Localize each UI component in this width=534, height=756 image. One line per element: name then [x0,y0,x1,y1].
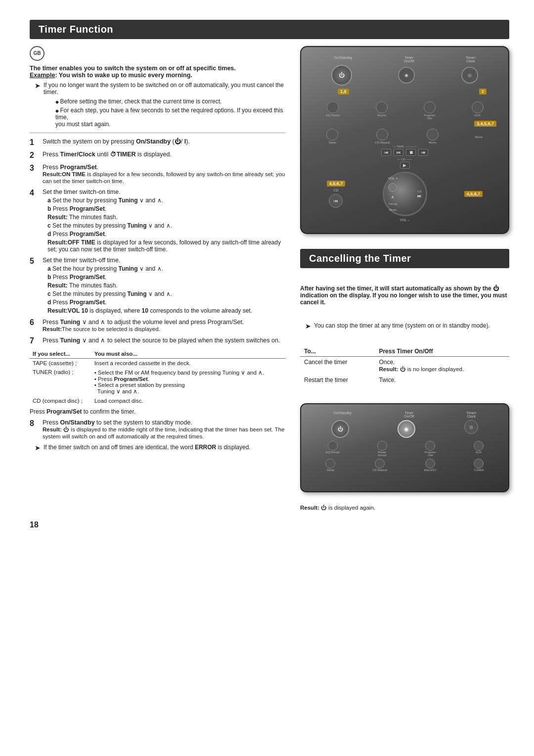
vol-up-button[interactable] [388,183,397,192]
arrow-right-icon-3: ➤ [305,322,311,330]
intro-bold: The timer enables you to switch the syst… [30,65,285,79]
cd-repeat-button[interactable] [376,129,388,141]
step-num-3: 3 [30,164,39,173]
cd-play-button[interactable]: ▶ [400,162,410,169]
label-timer-clock: Timer/Clock [466,56,476,63]
cd-next-button[interactable]: ⏭ [417,194,421,198]
arrow-bullet-1: ➤ If you no longer want the system to be… [35,82,285,95]
gb-badge: GB [30,46,44,61]
step-2: 2 Press Timer/Clock until ⏱TIMER is disp… [30,151,285,160]
tuning-label: Tuning [388,202,397,205]
nav-circle: VOL + ∧ Tuning Mode CD ⏭ [383,172,427,216]
r2-eq-button[interactable] [328,441,338,451]
cd-label-right: CD [417,190,422,193]
arrow-right-icon-2: ➤ [35,444,41,452]
select-table: If you select... You must also... TAPE (… [30,349,285,405]
label-timer-onoff: TimerOn/Off [404,56,414,63]
remote-control-image-1: On/Standby TimerOn/Off Timer/Clock ⏻ ◉ ◎… [300,46,509,234]
r2-program-group: Program/Set [425,441,436,457]
r2-timer-onoff-label: TimerOn/Off [404,411,414,418]
r2-power-group: PowerSound [377,441,387,457]
timer-section-header: Timer Function [30,20,509,39]
mono-group: Mono [427,129,439,144]
tape-ff-button[interactable]: ⏭ [394,149,403,156]
tape-bullet-2: For each step, you have a few seconds to… [55,107,285,128]
eq-preset-group: EQ Preset [326,101,340,120]
vol-plus-label: VOL + [388,177,398,180]
r2-mono-button[interactable] [425,459,435,469]
result-bottom: Result: ⏻ is displayed again. [300,505,509,511]
badge-4567a: 4,5,6,7 [327,181,346,187]
cancelling-intro: After having set the timer, it will star… [300,285,509,306]
step-num-8: 8 [30,419,39,428]
right-col: On/Standby TimerOn/Off Timer/Clock ⏻ ◉ ◎… [300,46,509,511]
cancel-col-to: To... [300,346,375,357]
r2-timer-onoff-button[interactable]: ◉ [398,420,415,438]
step-4: 4 Set the timer switch-on time. a Set th… [30,189,285,253]
error-note: ➤ If the timer switch on and off times a… [35,444,285,452]
badge-3456: 3,4,5,6,7 [474,121,496,127]
r2-tuner-button[interactable] [474,459,484,469]
cd-label: — CD —— [308,158,501,161]
cancel-row-2: Restart the timer Twice. [300,375,509,385]
badge-18: 1,8 [338,89,349,94]
eq-preset-button[interactable] [327,101,339,113]
sleep-group: Sleep [326,129,338,144]
r2-aux-group: AUX [474,441,484,457]
step-num-7: 7 [30,336,39,345]
tape-stop-button[interactable]: ⏹ [406,149,416,156]
tape-bullets: Before setting the timer, check that the… [44,98,285,128]
timer-left-col: GB The timer enables you to switch the s… [30,46,285,511]
on-standby-button[interactable]: ⏻ [331,65,352,86]
table-row-tuner: TUNER (radio) ; • Select the FM or AM fr… [30,368,285,396]
sound-button[interactable] [376,101,388,113]
step-1: 1 Switch the system on by pressing On/St… [30,138,285,147]
page-number: 18 [30,520,509,529]
tape-rew-button[interactable]: ⏮ [381,149,391,156]
aux-button[interactable] [472,101,484,113]
aux-group: AUX [472,101,484,120]
r2-sleep-group: Sleep [325,459,335,472]
r2-cdrepeat-button[interactable] [375,459,385,469]
r2-power-button[interactable] [377,441,387,451]
r2-program-button[interactable] [425,441,435,451]
band-group: Band. [475,129,483,144]
mode-label: Mode [389,208,397,211]
cancel-col-press: Press Timer On/Off [375,346,509,357]
step-num-2: 2 [30,151,39,160]
col-header-select: If you select... [30,349,91,359]
r2-timer-clock-button[interactable]: ◎ [464,420,478,434]
sound-group: Sound [376,101,388,120]
r2-on-standby-button[interactable]: ⏻ [331,420,349,438]
remote-control-image-2: On/Standby TimerOn/Off Timer/Clock ⏻ ◉ ◎ [300,403,509,492]
step-7: 7 Press Tuning ∨ and ∧ to select the sou… [30,336,285,345]
r2-eq-group: EQ Preset [326,441,340,457]
tape-play-button[interactable]: ⏮ [418,149,428,156]
tape-bullet-1: Before setting the timer, check that the… [55,98,285,105]
r2-timer-clock-label: Timer/Clock [466,411,476,418]
step-list: 1 Switch the system on by pressing On/St… [30,138,285,345]
step-num-6: 6 [30,318,39,327]
program-set-button[interactable] [424,101,436,113]
step-6: 6 Press Tuning ∨ and ∧ to adjust the vol… [30,318,285,332]
sleep-button[interactable] [326,129,338,141]
vol-minus-label: VOL – [308,218,501,222]
table-row-tape: TAPE (cassette) ; Insert a recorded cass… [30,359,285,368]
badge-2: 2 [479,89,487,94]
timer-clock-button[interactable]: ◎ [461,67,478,84]
r2-aux-button[interactable] [474,441,484,451]
r2-sleep-button[interactable] [325,459,335,469]
r2-mono-group: Mono/ST. [424,459,437,472]
arrow-right-icon: ➤ [35,82,41,90]
cancel-table: To... Press Timer On/Off Cancel the time… [300,346,509,385]
cd-prev-button[interactable]: ⏮ [329,194,343,208]
r2-standby-label: On/Standby [333,411,352,418]
cancelling-section-header: Cancelling the Timer [300,249,509,268]
cancel-arrow-bullet: ➤ You can stop the timer at any time (sy… [305,322,509,330]
tuning-up-button[interactable]: ∧ [391,195,394,199]
mono-button[interactable] [427,129,439,141]
step-8-list: 8 Press On/Standby to set the system to … [30,419,285,440]
timer-onoff-button[interactable]: ◉ [398,67,415,84]
r2-cdrepeat-group: CD Repeat [372,459,387,472]
table-row-cd: CD (compact disc) ; Load compact disc. [30,396,285,405]
